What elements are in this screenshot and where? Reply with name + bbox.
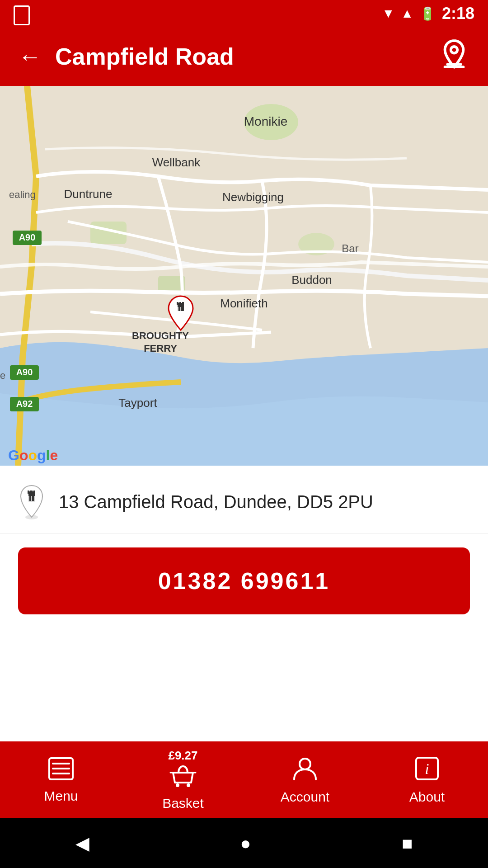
nav-item-about[interactable]: i About [366,741,488,818]
about-icon: i [413,755,441,786]
svg-point-47 [300,759,310,769]
sim-icon-area [14,5,30,25]
location-address: 13 Campfield Road, Dundee, DD5 2PU [59,490,373,514]
android-nav-bar: ◀ ● ■ [0,818,488,868]
wifi-icon: ▼ [382,6,395,21]
app-bar: ← Campfield Road [0,27,488,86]
menu-label: Menu [44,788,78,804]
svg-text:Wellbank: Wellbank [152,156,201,169]
svg-text:Bar: Bar [342,242,358,255]
svg-text:A90: A90 [16,367,33,377]
location-details: 13 Campfield Road, Dundee, DD5 2PU [0,466,488,534]
svg-text:BROUGHTY: BROUGHTY [132,330,189,341]
status-time: 2:18 [442,4,474,23]
map-pin-button[interactable] [438,38,470,75]
svg-text:A92: A92 [16,399,33,409]
location-pin-icon [18,484,45,520]
about-label: About [409,789,445,805]
svg-text:Tayport: Tayport [118,396,157,410]
svg-rect-26 [177,302,178,305]
nav-item-basket[interactable]: £9.27 Basket [122,741,244,818]
svg-text:e: e [0,370,5,381]
svg-text:Buddon: Buddon [291,273,332,287]
nav-item-menu[interactable]: Menu [0,741,122,818]
back-button[interactable]: ← [18,45,42,68]
status-icons: ▼ ▲ 🔋 2:18 [382,4,475,23]
page-title: Campfield Road [55,43,438,70]
svg-text:Duntrune: Duntrune [64,187,113,201]
android-back-button[interactable]: ◀ [75,833,89,854]
basket-top: £9.27 [168,749,197,792]
phone-button-container: 01382 699611 [0,534,488,632]
phone-button[interactable]: 01382 699611 [18,547,470,614]
android-home-button[interactable]: ● [240,833,251,854]
svg-text:Monifieth: Monifieth [220,297,268,310]
svg-rect-35 [30,491,33,493]
bottom-nav: Menu £9.27 Basket Account [0,741,488,818]
map-svg: A90 A90 A92 Monikie Wellbank Duntrune Ne… [0,86,488,466]
nav-item-account[interactable]: Account [244,741,366,818]
svg-text:Monikie: Monikie [244,114,287,128]
menu-icon [47,756,75,785]
battery-icon: 🔋 [420,6,436,21]
svg-text:Google: Google [8,447,58,463]
account-icon [291,755,319,786]
svg-point-0 [451,47,458,53]
svg-rect-36 [33,491,35,494]
location-icon [438,38,470,70]
svg-text:ealing: ealing [9,189,36,200]
account-label: Account [281,789,329,805]
svg-text:Newbigging: Newbigging [222,190,284,204]
svg-point-44 [176,783,179,787]
map-area[interactable]: A90 A90 A92 Monikie Wellbank Duntrune Ne… [0,86,488,466]
sim-icon [14,5,30,25]
svg-point-45 [187,783,190,787]
basket-label: Basket [162,796,204,811]
status-bar: ▼ ▲ 🔋 2:18 [0,0,488,27]
svg-rect-27 [179,302,181,304]
basket-icon [169,764,197,792]
svg-text:i: i [425,760,429,777]
android-recent-button[interactable]: ■ [402,833,413,854]
signal-icon: ▲ [401,6,413,21]
svg-text:FERRY: FERRY [144,343,177,354]
svg-rect-34 [28,491,29,494]
svg-rect-28 [182,302,184,305]
basket-price: £9.27 [168,749,197,763]
svg-text:A90: A90 [19,232,36,242]
